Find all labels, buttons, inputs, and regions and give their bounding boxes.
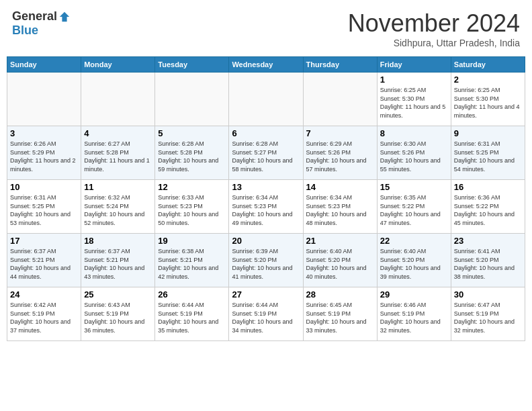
day-number: 27 <box>232 289 300 300</box>
day-number: 7 <box>306 128 374 138</box>
day-number: 9 <box>454 128 522 138</box>
calendar-cell: 19Sunrise: 6:38 AM Sunset: 5:21 PM Dayli… <box>155 234 229 287</box>
day-info: Sunrise: 6:28 AM Sunset: 5:28 PM Dayligh… <box>158 140 226 173</box>
logo: General Blue <box>12 9 71 38</box>
day-info: Sunrise: 6:46 AM Sunset: 5:19 PM Dayligh… <box>380 301 448 334</box>
calendar-cell: 12Sunrise: 6:33 AM Sunset: 5:23 PM Dayli… <box>155 180 229 234</box>
day-number: 17 <box>10 236 78 246</box>
calendar-cell: 5Sunrise: 6:28 AM Sunset: 5:28 PM Daylig… <box>155 126 229 180</box>
day-number: 26 <box>158 289 226 300</box>
calendar-cell <box>7 73 81 126</box>
day-info: Sunrise: 6:27 AM Sunset: 5:28 PM Dayligh… <box>84 140 152 173</box>
day-info: Sunrise: 6:31 AM Sunset: 5:25 PM Dayligh… <box>10 193 78 227</box>
day-info: Sunrise: 6:37 AM Sunset: 5:21 PM Dayligh… <box>10 247 78 281</box>
day-info: Sunrise: 6:36 AM Sunset: 5:22 PM Dayligh… <box>454 193 522 227</box>
column-header-saturday: Saturday <box>451 57 525 73</box>
column-header-friday: Friday <box>377 57 451 73</box>
calendar-cell: 26Sunrise: 6:44 AM Sunset: 5:19 PM Dayli… <box>155 287 229 341</box>
day-info: Sunrise: 6:43 AM Sunset: 5:19 PM Dayligh… <box>84 301 152 334</box>
day-info: Sunrise: 6:34 AM Sunset: 5:23 PM Dayligh… <box>306 193 374 227</box>
day-number: 4 <box>84 128 152 138</box>
day-number: 30 <box>454 289 522 300</box>
title-section: November 2024 Sidhpura, Uttar Pradesh, I… <box>348 9 520 48</box>
day-info: Sunrise: 6:41 AM Sunset: 5:20 PM Dayligh… <box>454 247 522 281</box>
calendar-cell: 30Sunrise: 6:47 AM Sunset: 5:19 PM Dayli… <box>451 287 525 341</box>
calendar-cell: 9Sunrise: 6:31 AM Sunset: 5:25 PM Daylig… <box>451 126 525 180</box>
calendar-cell: 4Sunrise: 6:27 AM Sunset: 5:28 PM Daylig… <box>81 126 155 180</box>
day-number: 21 <box>306 236 374 246</box>
day-number: 8 <box>380 128 448 138</box>
day-info: Sunrise: 6:34 AM Sunset: 5:23 PM Dayligh… <box>232 193 300 227</box>
calendar-cell: 20Sunrise: 6:39 AM Sunset: 5:20 PM Dayli… <box>229 234 303 287</box>
column-header-thursday: Thursday <box>303 57 377 73</box>
calendar-cell <box>155 73 229 126</box>
day-number: 24 <box>10 289 78 300</box>
header: General Blue November 2024 Sidhpura, Utt… <box>7 7 525 51</box>
day-info: Sunrise: 6:35 AM Sunset: 5:22 PM Dayligh… <box>380 193 448 227</box>
day-info: Sunrise: 6:40 AM Sunset: 5:20 PM Dayligh… <box>306 247 374 281</box>
column-header-sunday: Sunday <box>7 57 81 73</box>
calendar-cell: 2Sunrise: 6:25 AM Sunset: 5:30 PM Daylig… <box>451 73 525 126</box>
day-number: 28 <box>306 289 374 300</box>
calendar-cell: 15Sunrise: 6:35 AM Sunset: 5:22 PM Dayli… <box>377 180 451 234</box>
day-number: 5 <box>158 128 226 138</box>
svg-marker-0 <box>60 11 69 21</box>
logo-icon <box>58 11 71 23</box>
day-info: Sunrise: 6:29 AM Sunset: 5:26 PM Dayligh… <box>306 140 374 173</box>
calendar-header-row: SundayMondayTuesdayWednesdayThursdayFrid… <box>7 57 525 73</box>
calendar-cell: 13Sunrise: 6:34 AM Sunset: 5:23 PM Dayli… <box>229 180 303 234</box>
day-number: 19 <box>158 236 226 246</box>
calendar-cell: 17Sunrise: 6:37 AM Sunset: 5:21 PM Dayli… <box>7 234 81 287</box>
day-number: 13 <box>232 182 300 192</box>
calendar-cell: 7Sunrise: 6:29 AM Sunset: 5:26 PM Daylig… <box>303 126 377 180</box>
location: Sidhpura, Uttar Pradesh, India <box>348 38 520 48</box>
day-number: 10 <box>10 182 78 192</box>
calendar-cell: 16Sunrise: 6:36 AM Sunset: 5:22 PM Dayli… <box>451 180 525 234</box>
day-number: 22 <box>380 236 448 246</box>
day-number: 2 <box>454 75 522 85</box>
calendar-week-1: 3Sunrise: 6:26 AM Sunset: 5:29 PM Daylig… <box>7 126 525 180</box>
calendar-cell: 3Sunrise: 6:26 AM Sunset: 5:29 PM Daylig… <box>7 126 81 180</box>
calendar-cell: 10Sunrise: 6:31 AM Sunset: 5:25 PM Dayli… <box>7 180 81 234</box>
day-info: Sunrise: 6:44 AM Sunset: 5:19 PM Dayligh… <box>158 301 226 334</box>
calendar-cell: 21Sunrise: 6:40 AM Sunset: 5:20 PM Dayli… <box>303 234 377 287</box>
day-info: Sunrise: 6:28 AM Sunset: 5:27 PM Dayligh… <box>232 140 300 173</box>
day-number: 1 <box>380 75 448 85</box>
day-number: 3 <box>10 128 78 138</box>
day-info: Sunrise: 6:38 AM Sunset: 5:21 PM Dayligh… <box>158 247 226 281</box>
calendar-cell: 23Sunrise: 6:41 AM Sunset: 5:20 PM Dayli… <box>451 234 525 287</box>
day-info: Sunrise: 6:32 AM Sunset: 5:24 PM Dayligh… <box>84 193 152 227</box>
day-number: 11 <box>84 182 152 192</box>
calendar-cell: 25Sunrise: 6:43 AM Sunset: 5:19 PM Dayli… <box>81 287 155 341</box>
day-number: 23 <box>454 236 522 246</box>
calendar-cell <box>303 73 377 126</box>
calendar-cell: 18Sunrise: 6:37 AM Sunset: 5:21 PM Dayli… <box>81 234 155 287</box>
calendar-cell: 28Sunrise: 6:45 AM Sunset: 5:19 PM Dayli… <box>303 287 377 341</box>
day-info: Sunrise: 6:37 AM Sunset: 5:21 PM Dayligh… <box>84 247 152 281</box>
calendar-cell: 14Sunrise: 6:34 AM Sunset: 5:23 PM Dayli… <box>303 180 377 234</box>
day-number: 6 <box>232 128 300 138</box>
calendar-cell: 11Sunrise: 6:32 AM Sunset: 5:24 PM Dayli… <box>81 180 155 234</box>
calendar-cell: 22Sunrise: 6:40 AM Sunset: 5:20 PM Dayli… <box>377 234 451 287</box>
calendar: SundayMondayTuesdayWednesdayThursdayFrid… <box>7 56 525 341</box>
calendar-week-0: 1Sunrise: 6:25 AM Sunset: 5:30 PM Daylig… <box>7 73 525 126</box>
calendar-week-4: 24Sunrise: 6:42 AM Sunset: 5:19 PM Dayli… <box>7 287 525 341</box>
column-header-tuesday: Tuesday <box>155 57 229 73</box>
day-info: Sunrise: 6:25 AM Sunset: 5:30 PM Dayligh… <box>454 86 522 120</box>
month-title: November 2024 <box>348 9 520 38</box>
day-number: 25 <box>84 289 152 300</box>
day-number: 18 <box>84 236 152 246</box>
logo-blue: Blue <box>12 24 38 38</box>
logo-general: General <box>12 9 57 24</box>
day-info: Sunrise: 6:26 AM Sunset: 5:29 PM Dayligh… <box>10 140 78 173</box>
day-info: Sunrise: 6:42 AM Sunset: 5:19 PM Dayligh… <box>10 301 78 334</box>
calendar-cell: 24Sunrise: 6:42 AM Sunset: 5:19 PM Dayli… <box>7 287 81 341</box>
calendar-cell: 27Sunrise: 6:44 AM Sunset: 5:19 PM Dayli… <box>229 287 303 341</box>
column-header-monday: Monday <box>81 57 155 73</box>
day-number: 12 <box>158 182 226 192</box>
day-info: Sunrise: 6:30 AM Sunset: 5:26 PM Dayligh… <box>380 140 448 173</box>
calendar-cell: 6Sunrise: 6:28 AM Sunset: 5:27 PM Daylig… <box>229 126 303 180</box>
calendar-cell <box>81 73 155 126</box>
day-number: 14 <box>306 182 374 192</box>
day-number: 29 <box>380 289 448 300</box>
